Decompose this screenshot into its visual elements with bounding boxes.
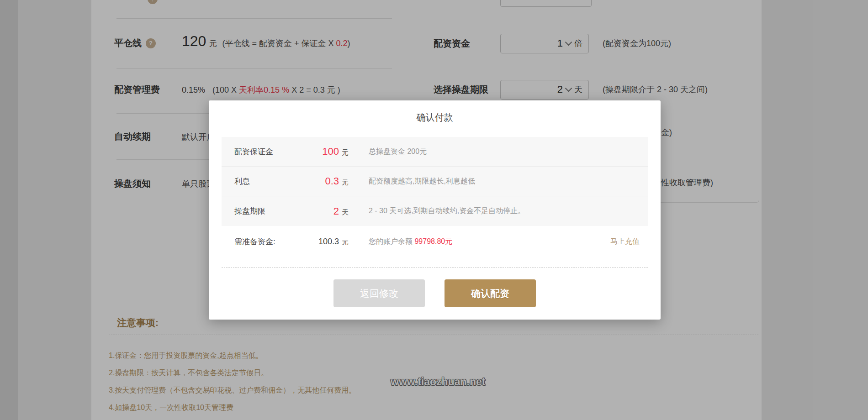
value-unit: 元	[342, 148, 349, 157]
row-desc: 配资额度越高,期限越长,利息越低	[369, 177, 475, 186]
row-label: 操盘期限	[234, 206, 303, 216]
row-label: 配资保证金	[234, 147, 303, 157]
dialog-actions: 返回修改 确认配资	[209, 279, 661, 307]
value-unit: 元	[342, 238, 349, 247]
row-value: 100 元	[303, 146, 349, 158]
divider-dashed	[222, 267, 648, 268]
back-edit-button[interactable]: 返回修改	[333, 279, 425, 307]
row-label: 利息	[234, 176, 303, 187]
account-balance: 您的账户余额 99798.80元	[369, 237, 452, 247]
confirm-allocation-button[interactable]: 确认配资	[445, 279, 536, 307]
table-row-margin: 配资保证金 100 元 总操盘资金 200元	[222, 137, 648, 167]
row-value: 2 天	[303, 205, 349, 217]
row-value: 0.3 元	[303, 175, 349, 187]
value-unit: 元	[342, 178, 349, 187]
funds-needed-row: 需准备资金: 100.3 元 您的账户余额 99798.80元 马上充值	[222, 227, 648, 256]
value-number: 2	[333, 205, 339, 217]
value-unit: 天	[342, 208, 349, 217]
row-label: 需准备资金:	[234, 236, 303, 247]
value-number: 100	[322, 146, 339, 158]
table-row-interest: 利息 0.3 元 配资额度越高,期限越长,利息越低	[222, 167, 648, 196]
balance-prefix: 您的账户余额	[369, 237, 414, 245]
recharge-link[interactable]: 马上充值	[610, 237, 640, 247]
value-number: 100.3	[318, 237, 339, 247]
dialog-title: 确认付款	[209, 111, 661, 124]
row-desc: 2 - 30 天可选,到期自动续约,资金不足自动停止。	[369, 206, 525, 216]
payment-summary-table: 配资保证金 100 元 总操盘资金 200元 利息 0.3 元 配资额度越高,期…	[222, 137, 648, 226]
row-desc: 总操盘资金 200元	[369, 147, 427, 157]
confirm-payment-dialog: 确认付款 配资保证金 100 元 总操盘资金 200元 利息 0.3 元 配资额…	[209, 100, 661, 320]
row-value: 100.3 元	[303, 237, 349, 247]
table-row-term: 操盘期限 2 天 2 - 30 天可选,到期自动续约,资金不足自动停止。	[222, 196, 648, 226]
balance-amount: 99798.80元	[414, 237, 452, 245]
value-number: 0.3	[325, 175, 339, 187]
